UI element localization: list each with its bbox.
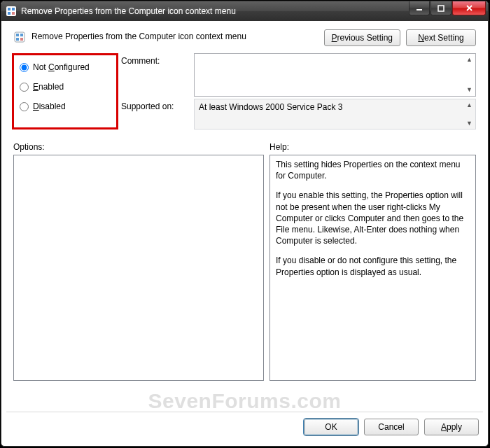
window-controls	[408, 1, 486, 15]
radio-not-configured-input[interactable]	[20, 63, 29, 72]
svg-rect-5	[416, 9, 422, 10]
comment-scroll-up-icon[interactable]: ▲	[464, 55, 475, 64]
ok-button[interactable]: OK	[304, 419, 358, 435]
svg-rect-11	[20, 38, 23, 41]
close-button[interactable]	[452, 1, 486, 15]
supported-on-label: Supported on:	[121, 99, 191, 130]
help-paragraph: If you disable or do not configure this …	[276, 255, 470, 277]
radio-enabled[interactable]: Enabled	[18, 82, 112, 92]
radio-not-configured[interactable]: Not Configured	[18, 62, 112, 72]
svg-rect-9	[20, 34, 23, 36]
window-title: Remove Properties from the Computer icon…	[21, 6, 236, 16]
radio-disabled-input[interactable]	[20, 102, 29, 111]
svg-rect-10	[16, 38, 19, 41]
section-labels: Options: Help:	[13, 142, 476, 152]
dialog-button-bar: OK Cancel Apply	[6, 412, 483, 441]
svg-rect-8	[16, 34, 19, 36]
svg-rect-1	[8, 8, 10, 10]
svg-rect-2	[12, 8, 15, 10]
supported-on-value: At least Windows 2000 Service Pack 3 ▲ ▼	[194, 99, 476, 130]
comment-textarea[interactable]	[194, 53, 476, 97]
supported-scroll-down-icon[interactable]: ▼	[464, 118, 475, 128]
next-setting-button[interactable]: Next Setting	[406, 29, 476, 46]
options-label: Options:	[13, 142, 270, 152]
app-icon	[6, 6, 17, 17]
panes: This setting hides Properties on the con…	[13, 155, 476, 381]
options-pane	[13, 155, 264, 381]
cancel-button[interactable]: Cancel	[364, 419, 419, 435]
comment-scroll-down-icon[interactable]: ▼	[464, 85, 475, 94]
svg-rect-4	[12, 12, 15, 15]
comment-label: Comment:	[121, 53, 191, 99]
maximize-button[interactable]	[430, 1, 451, 15]
apply-button[interactable]: Apply	[424, 419, 479, 435]
policy-icon	[13, 31, 26, 43]
minimize-button[interactable]	[409, 1, 430, 15]
mid-grid: Not Configured Enabled Disabled Comment:…	[13, 53, 476, 130]
state-radio-group: Not Configured Enabled Disabled	[12, 53, 118, 130]
radio-disabled[interactable]: Disabled	[18, 102, 112, 111]
help-pane: This setting hides Properties on the con…	[270, 155, 476, 381]
previous-setting-button[interactable]: Previous Setting	[324, 29, 400, 46]
header-row: Remove Properties from the Computer icon…	[13, 29, 476, 46]
help-paragraph: If you enable this setting, the Properti…	[276, 190, 470, 246]
watermark-text: SevenForums.com	[6, 389, 483, 413]
svg-rect-6	[438, 6, 444, 11]
help-paragraph: This setting hides Properties on the con…	[276, 159, 470, 181]
client-area: Remove Properties from the Computer icon…	[6, 25, 483, 441]
titlebar[interactable]: Remove Properties from the Computer icon…	[1, 1, 488, 21]
policy-editor-window: Remove Properties from the Computer icon…	[1, 1, 489, 447]
svg-rect-3	[8, 12, 10, 15]
supported-scroll-up-icon[interactable]: ▲	[464, 100, 475, 110]
policy-title: Remove Properties from the Computer icon…	[31, 29, 324, 41]
comment-field-wrap: ▲ ▼	[194, 53, 476, 99]
help-label: Help:	[270, 142, 289, 152]
radio-enabled-input[interactable]	[20, 83, 29, 92]
